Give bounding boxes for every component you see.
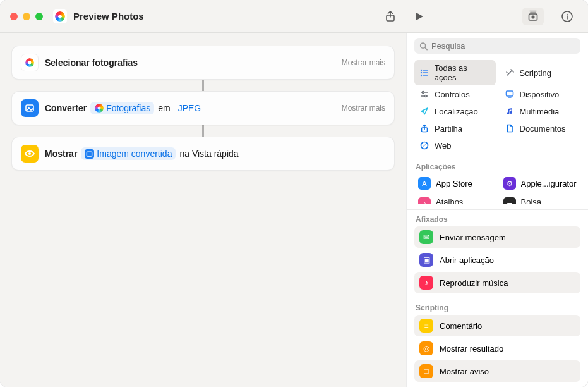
- app-icon: ≣: [503, 197, 516, 204]
- action-item-icon: ◎: [419, 341, 433, 355]
- action-item[interactable]: □Mostrar aviso: [414, 360, 580, 382]
- filter-scripting[interactable]: Scripting: [500, 60, 581, 85]
- location-icon: [419, 106, 429, 116]
- filter-documentos[interactable]: Documentos: [500, 120, 581, 137]
- action-text: em: [158, 103, 170, 113]
- filter-multim-dia[interactable]: Multimédia: [500, 103, 581, 120]
- filter-label: Web: [435, 141, 452, 150]
- app-item[interactable]: ⟡Atalhos: [414, 194, 496, 204]
- filter-localiza-o[interactable]: Localização: [414, 103, 496, 120]
- action-body: ConverterFotografiasemJPEG: [45, 102, 205, 114]
- action-item[interactable]: ≡Comentário: [414, 315, 580, 336]
- action-icon: [21, 99, 39, 117]
- window-title: Preview Photos: [73, 11, 144, 22]
- action-connector: [11, 125, 395, 137]
- action-card[interactable]: Selecionar fotografiasMostrar mais: [11, 46, 395, 80]
- section-header: Scripting: [407, 300, 588, 315]
- pill-label: Fotografias: [106, 103, 150, 113]
- sliders-icon: [419, 89, 429, 99]
- search-field[interactable]: [414, 38, 580, 54]
- action-title: Selecionar fotografias: [45, 58, 138, 68]
- section-header: Afixados: [407, 211, 588, 226]
- svg-point-15: [423, 92, 424, 94]
- filter-controlos[interactable]: Controlos: [414, 86, 496, 102]
- pill-icon: [85, 149, 94, 159]
- app-label: Atalhos: [436, 197, 463, 204]
- safari-icon: [419, 140, 429, 150]
- svg-rect-7: [87, 152, 92, 156]
- app-icon: ⚙: [503, 177, 516, 190]
- action-item[interactable]: ◎Mostrar resultado: [414, 338, 580, 359]
- filter-label: Localização: [435, 107, 478, 116]
- variable-pill[interactable]: Fotografias: [90, 102, 154, 114]
- app-label: Apple...igurator: [521, 179, 577, 188]
- action-item-label: Enviar mensagem: [440, 233, 506, 242]
- action-card[interactable]: ConverterFotografiasemJPEGMostrar mais: [11, 91, 395, 125]
- titlebar: Preview Photos: [0, 0, 588, 33]
- pill-label: JPEG: [178, 103, 201, 113]
- filter-label: Scripting: [520, 68, 552, 78]
- library-toggle-icon[interactable]: [522, 8, 544, 25]
- app-item[interactable]: ⚙Apple...igurator: [500, 174, 581, 193]
- traffic-lights: [10, 13, 43, 20]
- list-icon: [419, 68, 429, 78]
- action-item-icon: ♪: [419, 276, 433, 290]
- show-more-button[interactable]: Mostrar mais: [342, 58, 385, 67]
- app-icon: ⟡: [418, 197, 431, 204]
- action-item[interactable]: ▣Abrir aplicação: [414, 249, 580, 271]
- search-input[interactable]: [431, 41, 575, 51]
- action-item-label: Mostrar resultado: [440, 344, 503, 353]
- close-window-button[interactable]: [10, 13, 18, 20]
- action-list: ✉Enviar mensagem▣Abrir aplicação♪Reprodu…: [407, 226, 588, 300]
- filter-partilha[interactable]: Partilha: [414, 120, 496, 137]
- run-icon[interactable]: [411, 8, 428, 25]
- app-item[interactable]: AApp Store: [414, 174, 496, 193]
- zoom-window-button[interactable]: [35, 13, 43, 20]
- action-body: MostrarImagem convertidana Vista rápida: [45, 147, 239, 160]
- filter-label: Partilha: [435, 124, 462, 133]
- app-grid: AApp Store⚙Apple...igurator⟡Atalhos≣Bols…: [407, 174, 588, 208]
- action-title: Converter: [45, 103, 87, 113]
- minimize-window-button[interactable]: [23, 13, 30, 20]
- action-body: Selecionar fotografias: [45, 58, 138, 68]
- app-label: Bolsa: [521, 197, 542, 204]
- info-icon[interactable]: [556, 8, 578, 25]
- action-item-icon: ≡: [419, 319, 433, 333]
- action-icon: [21, 54, 39, 71]
- svg-rect-12: [423, 70, 428, 71]
- filter-dispositivo[interactable]: Dispositivo: [500, 86, 581, 102]
- show-more-button[interactable]: Mostrar mais: [342, 104, 385, 113]
- action-item-label: Mostrar aviso: [440, 367, 489, 376]
- filter-label: Documentos: [520, 124, 566, 133]
- filter-label: Controlos: [435, 90, 470, 99]
- library-sidebar: Todas as açõesScriptingControlosDisposit…: [406, 33, 588, 387]
- shareup-icon: [419, 123, 429, 133]
- action-text: na Vista rápida: [179, 149, 238, 159]
- app-item[interactable]: ≣Bolsa: [500, 194, 581, 204]
- pill-label: Imagem convertida: [97, 149, 172, 159]
- filter-todas-as-a-es[interactable]: Todas as ações: [414, 60, 496, 85]
- svg-point-9: [421, 70, 422, 71]
- pill-icon: [94, 104, 104, 113]
- action-item[interactable]: ♪Reproduzir música: [414, 272, 580, 293]
- display-icon: [505, 89, 515, 99]
- app-label: App Store: [436, 179, 472, 188]
- action-item[interactable]: ✉Enviar mensagem: [414, 226, 580, 248]
- filter-web[interactable]: Web: [414, 137, 496, 154]
- filter-label: Dispositivo: [520, 90, 560, 99]
- svg-point-16: [425, 95, 427, 97]
- action-list: ≡Comentário◎Mostrar resultado□Mostrar av…: [407, 315, 588, 387]
- variable-pill[interactable]: JPEG: [174, 102, 205, 114]
- svg-rect-14: [423, 75, 428, 76]
- action-card[interactable]: MostrarImagem convertidana Vista rápida: [11, 137, 395, 171]
- action-item-label: Reproduzir música: [440, 278, 508, 288]
- workflow-editor[interactable]: Selecionar fotografiasMostrar maisConver…: [0, 33, 406, 387]
- action-item[interactable]: ✎Pedir entrada: [414, 383, 580, 387]
- action-item-label: Comentário: [440, 321, 482, 331]
- variable-pill[interactable]: Imagem convertida: [81, 147, 176, 160]
- doc-icon: [505, 123, 515, 133]
- music-icon: [505, 106, 515, 116]
- share-icon[interactable]: [382, 8, 399, 25]
- svg-rect-17: [506, 91, 513, 96]
- action-item-icon: ✉: [419, 230, 433, 244]
